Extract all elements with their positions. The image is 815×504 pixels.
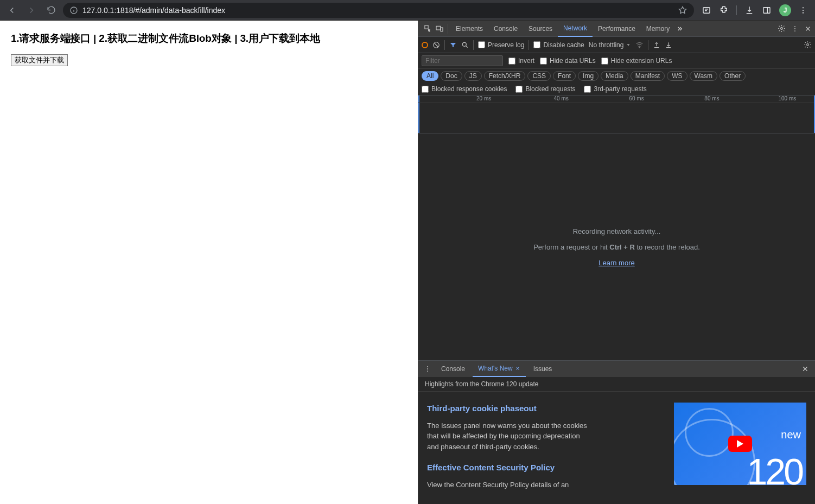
chip-other[interactable]: Other xyxy=(720,71,746,81)
inspect-icon[interactable] xyxy=(422,23,434,35)
article-body: View the Content Security Policy details… xyxy=(427,480,590,490)
wifi-icon[interactable] xyxy=(635,41,644,49)
filter-input[interactable] xyxy=(422,55,503,66)
recording-message: Recording network activity... xyxy=(573,227,661,235)
settings-icon[interactable] xyxy=(778,24,786,33)
article-title[interactable]: Third-party cookie phaseout xyxy=(427,403,663,415)
close-icon[interactable] xyxy=(515,366,520,371)
chip-fetch-xhr[interactable]: Fetch/XHR xyxy=(484,71,526,81)
third-party-label: 3rd-party requests xyxy=(594,85,646,93)
svg-point-10 xyxy=(794,25,795,27)
clear-icon[interactable] xyxy=(432,41,440,49)
network-timeline[interactable]: 20 ms 40 ms 60 ms 80 ms 100 ms xyxy=(418,95,815,133)
devtools-drawer: Console What's New Issues ✕ Highlights f… xyxy=(418,360,815,504)
browser-toolbar: 127.0.0.1:1818/#/admin/data-backfill/ind… xyxy=(0,0,815,21)
tab-elements[interactable]: Elements xyxy=(450,21,488,37)
chip-font[interactable]: Font xyxy=(553,71,576,81)
record-icon[interactable] xyxy=(422,42,428,48)
svg-point-4 xyxy=(803,9,804,10)
tab-console[interactable]: Console xyxy=(488,21,523,37)
preserve-log-checkbox[interactable]: Preserve log xyxy=(478,41,524,49)
reader-icon[interactable] xyxy=(702,5,711,15)
search-icon[interactable] xyxy=(461,41,469,49)
chip-css[interactable]: CSS xyxy=(527,71,551,81)
profile-avatar[interactable]: J xyxy=(779,4,791,16)
device-toggle-icon[interactable] xyxy=(434,23,445,35)
svg-rect-2 xyxy=(763,7,770,13)
separator xyxy=(448,24,448,34)
hide-extension-urls-checkbox[interactable]: Hide extension URLs xyxy=(601,57,672,65)
tab-memory[interactable]: Memory xyxy=(641,21,675,37)
back-button[interactable] xyxy=(4,3,20,18)
svg-rect-8 xyxy=(441,28,443,31)
play-icon[interactable] xyxy=(728,436,752,452)
invert-checkbox[interactable]: Invert xyxy=(508,57,534,65)
upload-har-icon[interactable] xyxy=(653,41,660,49)
thumb-new-label: new xyxy=(781,429,801,441)
highlights-bar: Highlights from the Chrome 120 update xyxy=(418,377,815,392)
devtools-menu-icon[interactable] xyxy=(791,25,799,33)
network-settings-icon[interactable] xyxy=(804,41,812,49)
download-har-icon[interactable] xyxy=(665,41,672,49)
timeline-tick: 40 ms xyxy=(554,95,569,101)
thumb-version-number: 120 xyxy=(747,450,802,485)
throttling-select[interactable]: No throttling xyxy=(589,41,632,49)
separator xyxy=(444,40,445,50)
tab-sources[interactable]: Sources xyxy=(523,21,558,37)
downloads-icon[interactable] xyxy=(744,5,754,15)
tab-network[interactable]: Network xyxy=(558,21,593,37)
svg-rect-1 xyxy=(703,7,710,13)
chip-manifest[interactable]: Manifest xyxy=(631,71,665,81)
forward-button[interactable] xyxy=(24,3,39,18)
whats-new-thumbnail[interactable]: new 120 xyxy=(674,403,806,485)
blocked-requests-checkbox[interactable]: Blocked requests xyxy=(515,85,575,93)
chip-media[interactable]: Media xyxy=(601,71,628,81)
bookmark-icon[interactable] xyxy=(678,5,687,15)
filter-toggle-icon[interactable] xyxy=(449,41,457,49)
site-info-icon[interactable] xyxy=(69,6,78,15)
network-toolbar: Preserve log Disable cache No throttling xyxy=(418,37,815,53)
chip-doc[interactable]: Doc xyxy=(441,71,462,81)
article-body: The Issues panel now warns you about the… xyxy=(427,420,590,452)
type-filter-chips: All Doc JS Fetch/XHR CSS Font Img Media … xyxy=(418,69,815,83)
drawer-tab-whats-new[interactable]: What's New xyxy=(473,361,526,377)
url-text: 127.0.0.1:1818/#/admin/data-backfill/ind… xyxy=(82,6,225,15)
drawer-tab-console[interactable]: Console xyxy=(436,361,470,377)
disable-cache-checkbox[interactable]: Disable cache xyxy=(533,41,584,49)
panel-icon[interactable] xyxy=(762,5,772,15)
disable-cache-label: Disable cache xyxy=(543,41,584,49)
svg-point-17 xyxy=(427,366,428,367)
third-party-checkbox[interactable]: 3rd-party requests xyxy=(584,85,646,93)
hide-data-urls-checkbox[interactable]: Hide data URLs xyxy=(540,57,596,65)
article-title[interactable]: Effective Content Security Policy xyxy=(427,462,663,474)
chip-js[interactable]: JS xyxy=(464,71,482,81)
drawer-tabs: Console What's New Issues ✕ xyxy=(418,361,815,377)
tab-performance[interactable]: Performance xyxy=(593,21,641,37)
chip-all[interactable]: All xyxy=(422,71,438,81)
more-tabs-icon[interactable] xyxy=(675,23,687,35)
recording-hint: Perform a request or hit Ctrl + R to rec… xyxy=(533,243,700,251)
menu-icon[interactable] xyxy=(799,6,807,15)
svg-point-3 xyxy=(803,7,804,8)
separator xyxy=(473,40,474,50)
chip-wasm[interactable]: Wasm xyxy=(690,71,718,81)
extensions-icon[interactable] xyxy=(719,5,729,15)
invert-label: Invert xyxy=(518,57,534,65)
close-devtools-icon[interactable] xyxy=(804,25,812,33)
download-button[interactable]: 获取文件并下载 xyxy=(11,54,68,66)
hide-data-urls-label: Hide data URLs xyxy=(550,57,596,65)
url-bar[interactable]: 127.0.0.1:1818/#/admin/data-backfill/ind… xyxy=(63,3,694,18)
network-filter-row: Invert Hide data URLs Hide extension URL… xyxy=(418,53,815,69)
chip-ws[interactable]: WS xyxy=(667,71,687,81)
drawer-menu-icon[interactable] xyxy=(422,365,434,373)
chip-img[interactable]: Img xyxy=(578,71,598,81)
drawer-tab-issues[interactable]: Issues xyxy=(528,361,558,377)
close-drawer-icon[interactable]: ✕ xyxy=(799,365,812,373)
timeline-tick: 20 ms xyxy=(476,95,491,101)
page-content: 1.请求服务端接口 | 2.获取二进制文件流Blob对象 | 3.用户下载到本地… xyxy=(0,21,418,504)
reload-button[interactable] xyxy=(43,3,59,18)
learn-more-link[interactable]: Learn more xyxy=(598,259,634,267)
svg-point-18 xyxy=(427,368,428,369)
timeline-tick: 100 ms xyxy=(778,95,796,101)
blocked-cookies-checkbox[interactable]: Blocked response cookies xyxy=(422,85,507,93)
